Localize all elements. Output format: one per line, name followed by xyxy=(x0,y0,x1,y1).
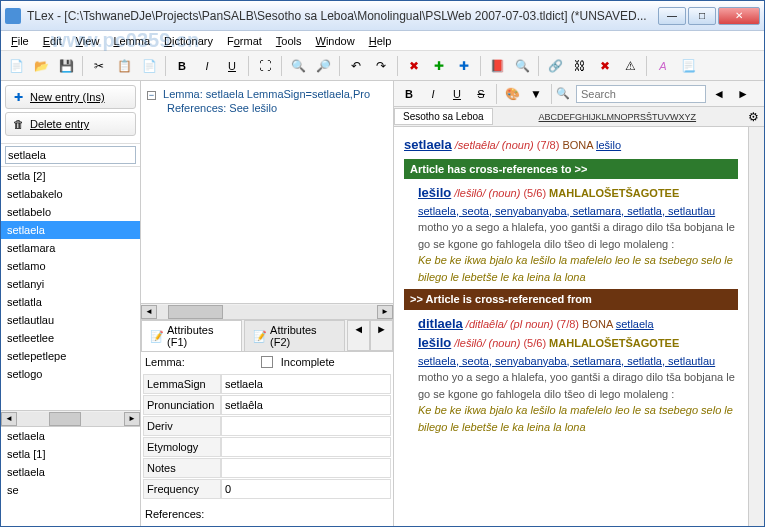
menu-dictionary[interactable]: Dictionary xyxy=(158,33,219,49)
list-item[interactable]: setlaela xyxy=(1,427,140,445)
search-next-icon[interactable]: ► xyxy=(732,83,754,105)
scroll-left-icon[interactable]: ◄ xyxy=(1,412,17,426)
preview-color-icon[interactable]: 🎨 xyxy=(501,83,523,105)
tool-font-icon[interactable]: A xyxy=(652,55,674,77)
headword[interactable]: setlaela xyxy=(404,137,452,152)
tool-undo-icon[interactable]: ↶ xyxy=(345,55,367,77)
attr-value[interactable]: setlaêla xyxy=(221,395,391,415)
attr-value[interactable] xyxy=(221,458,391,478)
see-link[interactable]: lešilo xyxy=(596,139,621,151)
word-list[interactable]: setla [2]setlabakelosetlabelosetlaelaset… xyxy=(1,167,140,410)
tree-view[interactable]: − Lemma: setlaela LemmaSign=setlaela,Pro… xyxy=(141,81,393,303)
tool-remove-red-icon[interactable]: ✖ xyxy=(594,55,616,77)
attr-value[interactable]: 0 xyxy=(221,479,391,499)
attr-value[interactable]: setlaela xyxy=(221,374,391,394)
list-item[interactable]: se xyxy=(1,481,140,499)
preview-italic-icon[interactable]: I xyxy=(422,83,444,105)
hscrollbar[interactable]: ◄ ► xyxy=(1,410,140,426)
tool-paste-icon[interactable]: 📄 xyxy=(138,55,160,77)
tool-italic-icon[interactable]: I xyxy=(196,55,218,77)
tool-redo-icon[interactable]: ↷ xyxy=(370,55,392,77)
list-item[interactable]: setla [2] xyxy=(1,167,140,185)
tool-underline-icon[interactable]: U xyxy=(221,55,243,77)
crossref-to-bar: Article has cross-references to >> xyxy=(404,159,738,180)
article-vscrollbar[interactable] xyxy=(748,127,764,526)
tool-zoom-in-icon[interactable]: 🔍 xyxy=(287,55,309,77)
minimize-button[interactable]: — xyxy=(658,7,686,25)
list-item[interactable]: setlautlau xyxy=(1,311,140,329)
tool-copy-icon[interactable]: 📋 xyxy=(113,55,135,77)
tool-add-blue-icon[interactable]: ✚ xyxy=(453,55,475,77)
list-item[interactable]: setlogo xyxy=(1,365,140,383)
tool-link-icon[interactable]: 🔗 xyxy=(544,55,566,77)
tool-save-icon[interactable]: 💾 xyxy=(55,55,77,77)
tool-google-icon[interactable]: 🔍 xyxy=(511,55,533,77)
preview-toolbar: B I U S 🎨 ▼ 🔍 ◄ ► xyxy=(394,81,764,107)
preview-search-input[interactable] xyxy=(576,85,706,103)
menu-help[interactable]: Help xyxy=(363,33,398,49)
close-button[interactable]: ✕ xyxy=(718,7,760,25)
maximize-button[interactable]: □ xyxy=(688,7,716,25)
word-list-2[interactable]: setlaelasetla [1]setlaelase xyxy=(1,426,140,526)
menu-file[interactable]: File xyxy=(5,33,35,49)
edit-icon: 📝 xyxy=(253,330,267,343)
tool-book-icon[interactable]: 📕 xyxy=(486,55,508,77)
tab-attributes-2[interactable]: 📝 Attributes (F2) xyxy=(244,320,345,351)
tool-open-icon[interactable]: 📂 xyxy=(30,55,52,77)
attr-label: Etymology xyxy=(143,437,221,457)
list-item[interactable]: setlatla xyxy=(1,293,140,311)
search-input[interactable] xyxy=(5,146,136,164)
tool-bold-icon[interactable]: B xyxy=(171,55,193,77)
list-item[interactable]: setlamara xyxy=(1,239,140,257)
incomplete-checkbox[interactable] xyxy=(261,356,273,368)
alphabet-nav[interactable]: ABCDEFGHIJKLMNOPRSŠTUVWXYZ xyxy=(493,112,742,122)
list-item[interactable]: setlabakelo xyxy=(1,185,140,203)
menu-view[interactable]: View xyxy=(70,33,106,49)
list-item[interactable]: setlamo xyxy=(1,257,140,275)
tool-add-green-icon[interactable]: ✚ xyxy=(428,55,450,77)
pronunciation: /setlaêla/ xyxy=(455,139,499,151)
tree-toggle-icon[interactable]: − xyxy=(147,91,156,100)
tree-hscrollbar[interactable]: ◄ ► xyxy=(141,303,393,319)
preview-underline-icon[interactable]: U xyxy=(446,83,468,105)
tool-doc-icon[interactable]: 📃 xyxy=(677,55,699,77)
menu-tools[interactable]: Tools xyxy=(270,33,308,49)
tab-attributes-1[interactable]: 📝 Attributes (F1) xyxy=(141,320,242,351)
search-prev-icon[interactable]: ◄ xyxy=(708,83,730,105)
list-item[interactable]: setlanyi xyxy=(1,275,140,293)
list-item[interactable]: setlepetlepe xyxy=(1,347,140,365)
lang-settings-icon[interactable]: ⚙ xyxy=(742,106,764,128)
tool-new-icon[interactable]: 📄 xyxy=(5,55,27,77)
delete-entry-button[interactable]: 🗑 Delete entry xyxy=(5,112,136,136)
list-item[interactable]: setla [1] xyxy=(1,445,140,463)
tab-next-icon[interactable]: ► xyxy=(370,320,393,351)
preview-strike-icon[interactable]: S xyxy=(470,83,492,105)
sub-headword[interactable]: lešilo xyxy=(418,185,451,200)
tool-expand-icon[interactable]: ⛶ xyxy=(254,55,276,77)
tool-unlink-icon[interactable]: ⛓ xyxy=(569,55,591,77)
language-tab[interactable]: Sesotho sa Leboa xyxy=(394,108,493,125)
menu-window[interactable]: Window xyxy=(310,33,361,49)
tool-delete-icon[interactable]: ✖ xyxy=(403,55,425,77)
scroll-thumb[interactable] xyxy=(49,412,81,426)
list-item[interactable]: setlaela xyxy=(1,463,140,481)
preview-bold-icon[interactable]: B xyxy=(398,83,420,105)
attr-value[interactable] xyxy=(221,416,391,436)
tool-warn-icon[interactable]: ⚠ xyxy=(619,55,641,77)
menu-format[interactable]: Format xyxy=(221,33,268,49)
tree-child[interactable]: References: See lešilo xyxy=(167,101,387,115)
menu-edit[interactable]: Edit xyxy=(37,33,68,49)
new-entry-button[interactable]: ✚ New entry (Ins) xyxy=(5,85,136,109)
list-item[interactable]: setleetlee xyxy=(1,329,140,347)
crossref-links[interactable]: setlaela, seota, senyabanyaba, setlamara… xyxy=(418,205,715,217)
list-item[interactable]: setlabelo xyxy=(1,203,140,221)
menu-lemma[interactable]: Lemma xyxy=(107,33,156,49)
tree-root[interactable]: − Lemma: setlaela LemmaSign=setlaela,Pro xyxy=(147,87,387,101)
attr-value[interactable] xyxy=(221,437,391,457)
scroll-right-icon[interactable]: ► xyxy=(124,412,140,426)
preview-filter-icon[interactable]: ▼ xyxy=(525,83,547,105)
list-item[interactable]: setlaela xyxy=(1,221,140,239)
tool-zoom-out-icon[interactable]: 🔎 xyxy=(312,55,334,77)
tab-prev-icon[interactable]: ◄ xyxy=(347,320,370,351)
tool-cut-icon[interactable]: ✂ xyxy=(88,55,110,77)
